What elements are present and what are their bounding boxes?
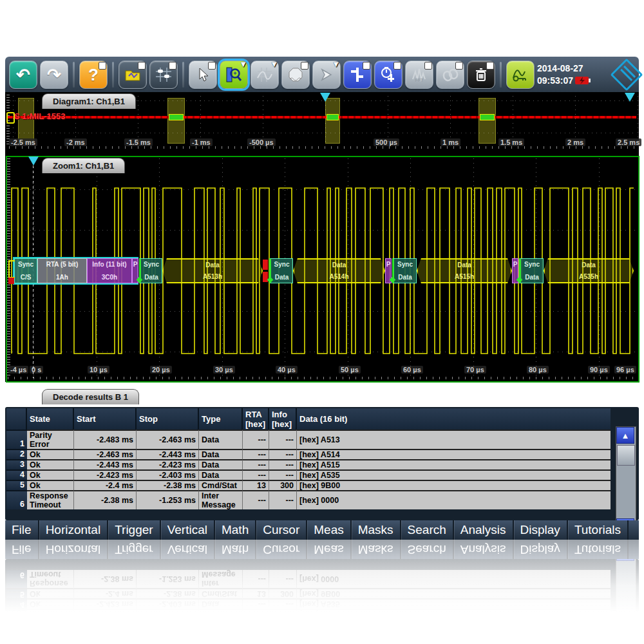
dialog-indicator	[424, 62, 432, 70]
axis-tick: -1 ms	[190, 138, 213, 146]
table-row[interactable]: 3 Ok -2.443 ms -2.423 ms Data --- --- [h…	[6, 459, 611, 469]
scroll-thumb[interactable]	[617, 445, 635, 466]
dropdown-indicator: ▼	[332, 60, 340, 69]
menu-search[interactable]: Search	[401, 520, 454, 540]
dialog-indicator	[99, 62, 106, 70]
dialog-indicator	[301, 62, 308, 70]
zoom1-tab[interactable]: Zoom1: Ch1,B1	[42, 158, 125, 173]
svg-text:FFT: FFT	[415, 78, 424, 82]
menu-filler	[629, 520, 639, 540]
menu-cursor[interactable]: Cursor	[256, 520, 307, 540]
decode-start-tag	[8, 260, 15, 278]
header-start[interactable]: Start	[74, 408, 137, 430]
bus-label: S 1:MIL-1553	[14, 111, 65, 121]
header-stop[interactable]: Stop	[137, 408, 199, 430]
diagram1-tab[interactable]: Diagram1: Ch1,B1	[42, 93, 136, 109]
table-row[interactable]: 2 Ok -2.463 ms -2.443 ms Data --- --- [h…	[6, 449, 611, 459]
play-button[interactable]: ▼	[312, 61, 341, 89]
menu-horizontal[interactable]: Horizontal	[39, 520, 109, 540]
toolbar-separator	[500, 62, 502, 88]
persistence-button[interactable]	[436, 61, 464, 89]
decode-data-word[interactable]: DataA515h	[417, 258, 512, 283]
redo-icon: ↷	[47, 66, 61, 83]
menu-masks[interactable]: Masks	[352, 520, 401, 540]
bus-signal-line	[8, 116, 636, 118]
trigger-position-marker-right	[625, 93, 635, 102]
trash-button[interactable]	[467, 61, 495, 89]
table-row[interactable]: 5 Ok -2.4 ms -2.38 ms Cmd/Stat 13 300 [h…	[6, 480, 611, 490]
clock: 2014-08-27 09:53:07	[537, 62, 591, 86]
menu-display[interactable]: Display	[514, 520, 568, 540]
fft-button[interactable]: FFT	[405, 61, 433, 89]
menu-analysis[interactable]: Analysis	[454, 520, 514, 540]
scrollbar[interactable]: ▲ ▼	[616, 426, 636, 536]
axis-tick: -500 µs	[247, 138, 276, 146]
dialog-indicator	[486, 62, 494, 70]
undo-button[interactable]: ↶	[9, 61, 37, 89]
table-row[interactable]: 6 Response Timeout -2.38 ms -1.253 ms In…	[6, 490, 611, 509]
frame-highlight	[169, 114, 184, 120]
decode-region-marker	[478, 98, 496, 144]
decode-data-word[interactable]: DataA513h	[162, 258, 263, 283]
generator-icon	[511, 66, 529, 83]
dialog-indicator	[363, 62, 370, 70]
trigger-position-marker[interactable]	[320, 93, 330, 102]
decode-results-table: State Start Stop Type RTA [hex] Info [he…	[6, 408, 611, 509]
table-row[interactable]: 4 Ok -2.423 ms -2.403 ms Data --- --- [h…	[6, 469, 611, 480]
menu-meas[interactable]: Meas	[307, 520, 351, 540]
decode-data-word[interactable]: DataA535h	[544, 258, 634, 283]
menu-vertical[interactable]: Vertical	[161, 520, 215, 540]
scroll-up-button[interactable]: ▲	[616, 427, 634, 444]
decode-rta-segment[interactable]: RTA (5 bit)1Ah	[37, 258, 87, 283]
pointer-button[interactable]	[189, 61, 217, 89]
header-data[interactable]: Data (16 bit)	[297, 408, 611, 430]
header-state[interactable]: State	[27, 408, 74, 430]
decode-sync-segment[interactable]: SyncC/S	[14, 258, 37, 283]
zoom-button[interactable]: + ▼	[220, 61, 248, 89]
dialog-indicator	[208, 62, 216, 70]
parity-error-marker	[263, 260, 268, 270]
header-index	[6, 408, 27, 430]
decode-info-segment[interactable]: Info (11 bit)3C0h	[87, 258, 132, 283]
axis-tick: 500 µs	[374, 138, 399, 146]
zoom1-panel[interactable]: Zoom1: Ch1,B1 SyncC/S RTA (5 bit)1Ah Inf…	[5, 149, 639, 382]
grid-button[interactable]: ▼	[251, 61, 279, 89]
time-label: 09:53:07	[537, 75, 573, 86]
menu-file[interactable]: File	[5, 520, 39, 540]
timer-button[interactable]	[374, 61, 402, 89]
decode-data-word[interactable]: DataA514h	[293, 258, 385, 283]
toolbar-separator	[182, 62, 184, 88]
trigger-marker[interactable]	[28, 156, 39, 166]
setup-button[interactable]	[149, 61, 178, 89]
header-type[interactable]: Type	[199, 408, 243, 430]
undo-icon: ↶	[16, 66, 30, 83]
menu-trigger[interactable]: Trigger	[108, 520, 160, 540]
menu-tutorials[interactable]: Tutorials	[568, 520, 629, 540]
screen: ↶ ↷ ? + ▼ ▼ ▼	[0, 0, 644, 644]
dialog-indicator	[393, 62, 401, 70]
generator-button[interactable]	[506, 61, 535, 89]
help-button[interactable]: ?	[79, 61, 108, 89]
diagram1-tick-strip	[9, 146, 638, 149]
diagram1-panel[interactable]: Diagram1: Ch1,B1 S 1:MIL-1553 -2.5 ms -2…	[5, 92, 639, 150]
header-rta[interactable]: RTA [hex]	[243, 408, 269, 430]
header-info[interactable]: Info [hex]	[269, 408, 297, 430]
frame-highlight	[480, 114, 495, 120]
oscilloscope-app: ↶ ↷ ? + ▼ ▼ ▼	[5, 57, 639, 540]
table-row[interactable]: 1 Parity Error -2.483 ms -2.463 ms Data …	[6, 430, 611, 449]
toolbar-separator	[73, 62, 75, 88]
decode-results-panel: State Start Stop Type RTA [hex] Info [he…	[5, 407, 639, 520]
main-menu: File Horizontal Trigger Vertical Math Cu…	[5, 520, 639, 540]
menu-math[interactable]: Math	[215, 520, 256, 540]
redo-button[interactable]: ↷	[40, 61, 68, 89]
decode-results-tab[interactable]: Decode results B 1	[42, 389, 139, 404]
mask-button[interactable]	[281, 61, 310, 89]
decode-region-marker	[167, 98, 185, 144]
date-label: 2014-08-27	[537, 62, 591, 74]
open-file-button[interactable]	[118, 61, 147, 89]
dialog-indicator	[455, 62, 463, 70]
decode-error-mark	[8, 278, 14, 284]
measure-button[interactable]	[343, 61, 372, 89]
dialog-indicator	[138, 62, 146, 70]
battery-icon	[575, 76, 591, 85]
